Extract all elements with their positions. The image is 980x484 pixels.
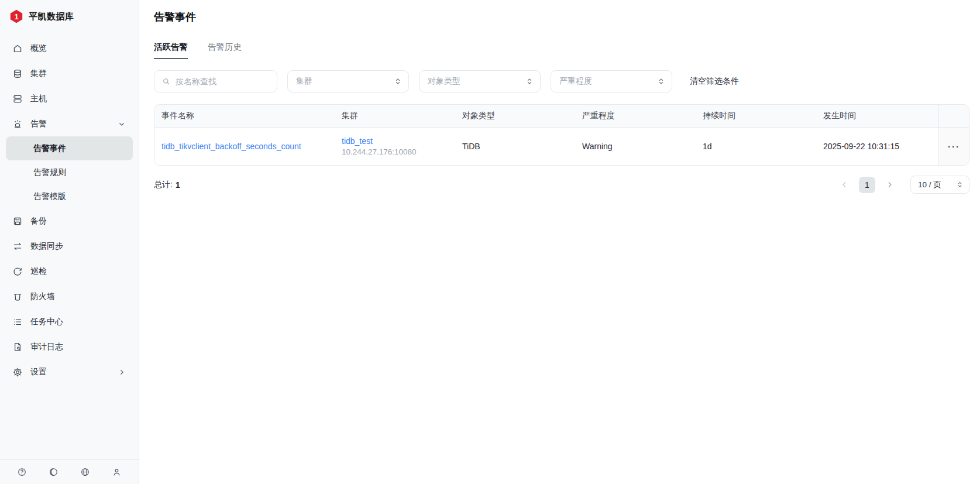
sidebar: 1 平凯数据库 概览 集群 主机 — [0, 0, 139, 484]
language-icon[interactable] — [80, 467, 90, 477]
backup-icon — [12, 216, 23, 226]
search-box[interactable] — [154, 70, 277, 92]
inspection-icon — [12, 266, 23, 277]
severity-filter-select[interactable]: 严重程度 — [551, 70, 672, 92]
sidebar-item-data-sync[interactable]: 数据同步 — [6, 234, 133, 259]
sidebar-item-label: 任务中心 — [30, 317, 126, 327]
chevron-down-icon — [117, 119, 126, 129]
sidebar-item-inspection[interactable]: 巡检 — [6, 259, 133, 284]
sidebar-item-alert-templates[interactable]: 告警模版 — [6, 184, 133, 208]
pagination-bar: 总计: 1 1 10 / 页 — [154, 176, 969, 194]
sidebar-item-label: 审计日志 — [30, 342, 126, 352]
column-header-occurred-at: 发生时间 — [816, 105, 938, 127]
brand: 1 平凯数据库 — [0, 0, 139, 32]
alert-events-table: 事件名称 集群 对象类型 严重程度 持续时间 发生时间 tidb_tikvcli… — [154, 104, 969, 166]
sidebar-item-label: 设置 — [30, 367, 109, 377]
sidebar-item-label: 主机 — [30, 94, 126, 104]
prev-page-button[interactable] — [840, 180, 849, 189]
column-header-actions — [938, 105, 969, 127]
column-header-object-type: 对象类型 — [455, 105, 575, 127]
next-page-button[interactable] — [885, 180, 894, 189]
user-icon[interactable] — [112, 467, 122, 477]
brand-name: 平凯数据库 — [29, 11, 74, 22]
clear-filters-button[interactable]: 清空筛选条件 — [690, 76, 739, 87]
sidebar-item-hosts[interactable]: 主机 — [6, 86, 133, 111]
total-label: 总计: — [154, 180, 173, 190]
sidebar-item-alerts[interactable]: 告警 — [6, 111, 133, 136]
sidebar-item-clusters[interactable]: 集群 — [6, 61, 133, 86]
cluster-filter-select[interactable]: 集群 — [287, 70, 409, 92]
sidebar-item-label: 集群 — [30, 68, 126, 79]
object-type-value: TiDB — [455, 128, 575, 165]
tab-alert-history[interactable]: 告警历史 — [208, 42, 242, 59]
cluster-link[interactable]: tidb_test — [342, 136, 373, 146]
sidebar-item-label: 告警事件 — [33, 143, 66, 154]
app-window: 1 平凯数据库 概览 集群 主机 — [0, 0, 980, 484]
search-icon — [161, 77, 171, 86]
column-header-event-name: 事件名称 — [154, 105, 335, 127]
tasks-icon — [12, 317, 23, 327]
duration-value: 1d — [696, 128, 816, 165]
search-input[interactable] — [176, 77, 270, 86]
sidebar-footer — [0, 459, 139, 484]
brand-logo-icon: 1 — [9, 9, 24, 24]
filter-bar: 集群 对象类型 严重程度 清空筛选条件 — [154, 70, 969, 92]
sidebar-item-backup[interactable]: 备份 — [6, 208, 133, 234]
sidebar-item-audit-log[interactable]: 审计日志 — [6, 334, 133, 359]
page-size-select[interactable]: 10 / 页 — [910, 176, 969, 194]
svg-text:1: 1 — [14, 12, 18, 21]
sidebar-nav: 概览 集群 主机 告警 — [0, 32, 139, 385]
table-row: tidb_tikvclient_backoff_seconds_count ti… — [154, 128, 969, 165]
sidebar-item-overview[interactable]: 概览 — [6, 36, 133, 61]
help-icon[interactable] — [17, 467, 27, 477]
main-content: 告警事件 活跃告警 告警历史 集群 对象类型 — [139, 0, 980, 484]
tab-active-alerts[interactable]: 活跃告警 — [154, 42, 188, 59]
database-icon — [12, 68, 23, 79]
column-header-cluster: 集群 — [335, 105, 455, 127]
object-type-filter-select[interactable]: 对象类型 — [419, 70, 541, 92]
page-title: 告警事件 — [154, 9, 969, 25]
page-size-value: 10 / 页 — [918, 180, 941, 190]
updown-chevron-icon — [956, 181, 964, 188]
sidebar-item-label: 告警模版 — [33, 191, 66, 202]
updown-chevron-icon — [657, 77, 665, 85]
sidebar-item-settings[interactable]: 设置 — [6, 359, 133, 385]
sidebar-item-label: 数据同步 — [30, 241, 126, 252]
page-number-button[interactable]: 1 — [859, 177, 875, 193]
firewall-icon — [12, 291, 23, 302]
object-type-filter-placeholder: 对象类型 — [428, 76, 460, 87]
instance-address: 10.244.27.176:10080 — [342, 147, 417, 156]
sidebar-item-label: 告警 — [30, 119, 109, 129]
total-value: 1 — [176, 180, 180, 190]
severity-value: Warning — [575, 128, 696, 165]
audit-icon — [12, 342, 23, 352]
chevron-right-icon — [117, 368, 126, 377]
column-header-severity: 严重程度 — [575, 105, 696, 127]
row-actions-button[interactable]: ··· — [948, 142, 960, 151]
sidebar-item-label: 备份 — [30, 216, 126, 226]
sidebar-item-firewall[interactable]: 防火墙 — [6, 284, 133, 309]
theme-icon[interactable] — [49, 467, 59, 477]
sidebar-item-label: 告警规则 — [33, 167, 66, 178]
event-name-link[interactable]: tidb_tikvclient_backoff_seconds_count — [161, 142, 301, 151]
total-count: 总计: 1 — [154, 180, 180, 190]
occurred-at-value: 2025-09-22 10:31:15 — [816, 128, 938, 165]
sidebar-item-alert-rules[interactable]: 告警规则 — [6, 160, 133, 184]
table-header-row: 事件名称 集群 对象类型 严重程度 持续时间 发生时间 — [154, 105, 969, 128]
sidebar-item-label: 巡检 — [30, 266, 126, 277]
column-header-duration: 持续时间 — [696, 105, 816, 127]
home-icon — [12, 43, 23, 54]
sidebar-item-label: 防火墙 — [30, 291, 126, 302]
tab-bar: 活跃告警 告警历史 — [154, 42, 969, 59]
updown-chevron-icon — [394, 77, 402, 85]
updown-chevron-icon — [525, 77, 534, 85]
sidebar-item-label: 概览 — [30, 43, 126, 54]
sidebar-item-alert-events[interactable]: 告警事件 — [6, 136, 133, 160]
settings-icon — [12, 367, 23, 377]
alert-icon — [12, 119, 23, 129]
sidebar-item-task-center[interactable]: 任务中心 — [6, 309, 133, 334]
cluster-filter-placeholder: 集群 — [296, 76, 312, 87]
sync-icon — [12, 241, 23, 252]
severity-filter-placeholder: 严重程度 — [559, 76, 592, 87]
host-icon — [12, 94, 23, 104]
